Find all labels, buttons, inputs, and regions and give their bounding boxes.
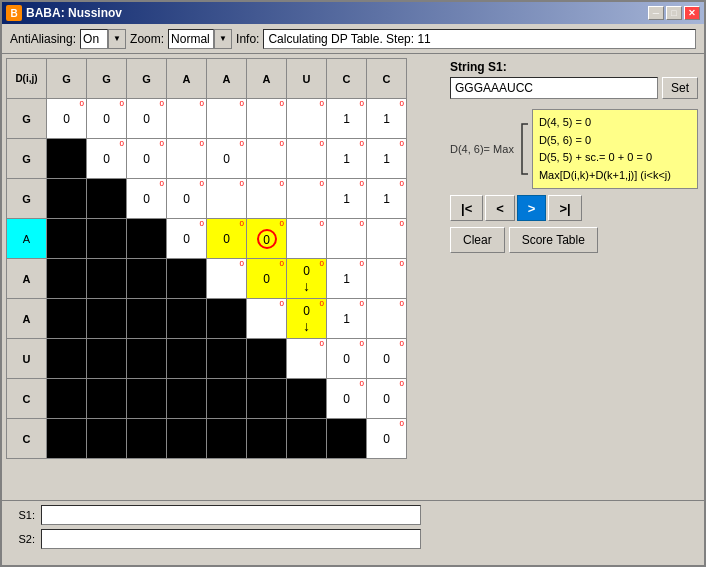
info-display: Calculating DP Table. Step: 11 [263, 29, 696, 49]
set-button[interactable]: Set [662, 77, 698, 99]
cell-6-black2 [87, 339, 127, 379]
cell-0-2: 00 [127, 99, 167, 139]
cell-1-7: 01 [327, 139, 367, 179]
nav-buttons: |< < > >| [450, 195, 698, 221]
s2-row: S2: [10, 529, 696, 549]
antialiasing-label: AntiAliasing: [10, 32, 76, 46]
header-a1: A [167, 59, 207, 99]
cell-3-black2 [87, 219, 127, 259]
zoom-label: Zoom: [130, 32, 164, 46]
formula-box: D(4, 5) = 0 D(5, 6) = 0 D(5, 5) + sc.= 0… [532, 109, 698, 189]
cell-8-black5 [207, 419, 247, 459]
formula-line2: D(5, 6) = 0 [539, 132, 691, 150]
formula-line4: Max[D(i,k)+D(k+1,j)] (i<k<j) [539, 167, 691, 185]
minimize-button[interactable]: ─ [648, 6, 664, 20]
row-header-a2: A [7, 259, 47, 299]
row-header-g3: G [7, 179, 47, 219]
window-title: BABA: Nussinov [26, 6, 122, 20]
header-g3: G [127, 59, 167, 99]
cell-0-8: 01 [367, 99, 407, 139]
formula-line3: D(5, 5) + sc.= 0 + 0 = 0 [539, 149, 691, 167]
zoom-dropdown[interactable]: ▼ [214, 29, 232, 49]
last-button[interactable]: >| [548, 195, 581, 221]
header-a3: A [247, 59, 287, 99]
cell-5-7: 01 [327, 299, 367, 339]
antialiasing-control: On ▼ [80, 29, 126, 49]
bottom-panel: S1: S2: [2, 500, 704, 565]
cell-8-8: 00 [367, 419, 407, 459]
prev-button[interactable]: < [485, 195, 515, 221]
table-row-a2: A 0 00 0 [7, 259, 407, 299]
string-section: String S1: Set [450, 60, 698, 99]
row-header-c2: C [7, 419, 47, 459]
cell-5-black4 [167, 299, 207, 339]
row-header-a1: A [7, 219, 47, 259]
cell-7-black7 [287, 379, 327, 419]
header-g2: G [87, 59, 127, 99]
cell-2-2: 00 [127, 179, 167, 219]
table-row-c1: C 00 00 [7, 379, 407, 419]
cell-6-black6 [247, 339, 287, 379]
header-cell-dij: D(i,j) [7, 59, 47, 99]
header-g1: G [47, 59, 87, 99]
cell-0-4: 0 [207, 99, 247, 139]
score-table-button[interactable]: Score Table [509, 227, 598, 253]
next-button[interactable]: > [517, 195, 547, 221]
toolbar: AntiAliasing: On ▼ Zoom: Normal ▼ Info: … [2, 24, 704, 54]
cell-4-8: 0 [367, 259, 407, 299]
first-button[interactable]: |< [450, 195, 483, 221]
header-c2: C [367, 59, 407, 99]
cell-6-black1 [47, 339, 87, 379]
cell-1-4: 00 [207, 139, 247, 179]
cell-8-black4 [167, 419, 207, 459]
row-header-c1: C [7, 379, 47, 419]
row-header-u: U [7, 339, 47, 379]
main-content: D(i,j) G G G A A A U C C [2, 54, 704, 500]
brace-lines [518, 109, 530, 189]
cell-2-4: 0 [207, 179, 247, 219]
cell-1-3: 0 [167, 139, 207, 179]
d46-max-label: D(4, 6)= Max [450, 138, 514, 160]
cell-8-black1 [47, 419, 87, 459]
close-button[interactable]: ✕ [684, 6, 700, 20]
header-c1: C [327, 59, 367, 99]
cell-7-black1 [47, 379, 87, 419]
antialiasing-select[interactable]: On [80, 29, 108, 49]
cell-1-8: 01 [367, 139, 407, 179]
cell-5-8: 0 [367, 299, 407, 339]
titlebar-buttons: ─ □ ✕ [648, 6, 700, 20]
zoom-select[interactable]: Normal [168, 29, 214, 49]
table-container[interactable]: D(i,j) G G G A A A U C C [6, 58, 440, 496]
s2-label: S2: [10, 533, 35, 545]
maximize-button[interactable]: □ [666, 6, 682, 20]
table-row-g2: G 00 00 0 00 [7, 139, 407, 179]
cell-8-black3 [127, 419, 167, 459]
cell-5-black3 [127, 299, 167, 339]
s1-input[interactable] [41, 505, 421, 525]
s2-input[interactable] [41, 529, 421, 549]
titlebar-left: B BABA: Nussinov [6, 5, 122, 21]
cell-0-7: 01 [327, 99, 367, 139]
string-input[interactable] [450, 77, 658, 99]
cell-3-4-yellow: 00 [207, 219, 247, 259]
cell-6-black5 [207, 339, 247, 379]
cell-4-7: 01 [327, 259, 367, 299]
cell-8-black8 [327, 419, 367, 459]
brace-container: D(4, 6)= Max [450, 109, 514, 189]
cell-7-7: 00 [327, 379, 367, 419]
clear-button[interactable]: Clear [450, 227, 505, 253]
cell-0-5: 0 [247, 99, 287, 139]
row-header-a3: A [7, 299, 47, 339]
formula-section: D(4, 6)= Max D(4, 5) = 0 D(5, 6) = 0 D(5… [450, 109, 698, 189]
cell-2-7: 01 [327, 179, 367, 219]
cell-2-8: 01 [367, 179, 407, 219]
antialiasing-dropdown[interactable]: ▼ [108, 29, 126, 49]
cell-7-black6 [247, 379, 287, 419]
cell-4-black4 [167, 259, 207, 299]
cell-7-black4 [167, 379, 207, 419]
dp-table: D(i,j) G G G A A A U C C [6, 58, 407, 459]
action-buttons: Clear Score Table [450, 227, 698, 253]
cell-1-2: 00 [127, 139, 167, 179]
string-label: String S1: [450, 60, 698, 74]
row-header-g2: G [7, 139, 47, 179]
